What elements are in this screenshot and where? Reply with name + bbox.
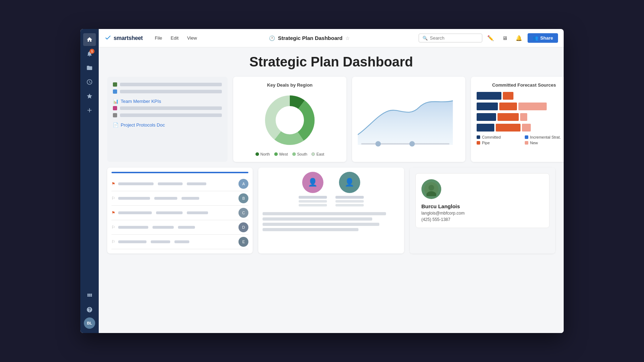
bar-seg-new-4	[522, 124, 531, 132]
donut-container: North West South	[239, 92, 341, 156]
donut-svg	[261, 92, 318, 148]
legend-label-east: East	[316, 152, 324, 156]
search-input[interactable]	[430, 35, 478, 41]
legend-north: North	[255, 152, 270, 156]
dashboard-title: Strategic Plan Dashboard	[107, 54, 555, 70]
flag-outline-5: ⚐	[111, 239, 115, 244]
sidebar-icon-clock[interactable]	[83, 76, 96, 88]
table-rows: ⚑ A ⚐ B	[111, 177, 248, 249]
search-box: 🔍	[419, 34, 482, 42]
sidebar-icon-grid[interactable]	[83, 289, 96, 302]
cell-bar-5b	[151, 240, 170, 243]
sidebar-icon-folder[interactable]	[83, 62, 96, 74]
person-detail-bar-1b	[299, 204, 327, 206]
logo-text: smartsheet	[114, 35, 143, 41]
table-row: ⚑ A	[111, 177, 248, 191]
table-row: ⚑ C	[111, 206, 248, 220]
row-avatar-3: C	[238, 208, 248, 218]
bar-seg-pipe-2	[499, 103, 517, 110]
protocols-label: Project Protocols Doc	[121, 122, 165, 128]
info-line-1	[263, 212, 386, 215]
sidebar-icon-help[interactable]	[83, 303, 96, 316]
nav-file[interactable]: File	[151, 34, 166, 42]
list-item	[113, 106, 222, 110]
stacked-bar-title: Committed Forecast Sources	[477, 82, 564, 88]
protocols-link[interactable]: 📄 Project Protocols Doc	[113, 120, 222, 130]
svg-point-9	[429, 185, 434, 191]
notify-button[interactable]: 🔔	[513, 33, 525, 44]
color-dot-3	[113, 106, 117, 110]
top-grid: 📊 Team Member KPIs 📄 Project Protocols D…	[107, 77, 555, 162]
legend-dot-north	[255, 152, 259, 156]
legend-south: South	[292, 152, 307, 156]
person-name-bar-1	[299, 196, 327, 199]
cell-bar-4a	[118, 226, 148, 229]
person-avatar-1: 👤	[302, 172, 323, 193]
legend-sq-incremental	[525, 135, 528, 139]
dashboard-content: Strategic Plan Dashboard 📊 Team Mem	[99, 47, 564, 333]
nav-menu: File Edit View	[151, 34, 200, 42]
cell-bar-4c	[178, 226, 195, 229]
flag-red-1: ⚑	[111, 181, 115, 186]
legend-sq-new	[525, 141, 528, 145]
list-item	[113, 113, 222, 117]
share-button[interactable]: 👥 Share	[528, 33, 558, 43]
donut-chart-card: Key Deals by Region	[233, 77, 346, 162]
topnav: smartsheet File Edit View 🕐 Strategic Pl…	[99, 29, 564, 47]
svg-point-4	[276, 107, 303, 134]
legend-new: New	[525, 141, 564, 145]
topnav-actions: 🔍 ✏️ 🖥 🔔 👥 Share	[419, 33, 558, 44]
sidebar-icon-home[interactable]	[83, 33, 96, 46]
bar-seg-inc-3	[520, 113, 527, 121]
doc-icon: 🕐	[269, 35, 275, 41]
cell-bar-2b	[154, 197, 177, 200]
sidebar-icon-star[interactable]	[83, 90, 96, 103]
legend-label-south: South	[297, 152, 307, 156]
table-row: ⚐ D	[111, 220, 248, 235]
bar-row-1	[477, 92, 564, 100]
legend-label-north: North	[260, 152, 270, 156]
contact-card: Burcu Langlois langlois@mbfcorp.com (425…	[415, 173, 550, 228]
favorite-star[interactable]: ☆	[345, 35, 350, 41]
contact-card-wrapper: Burcu Langlois langlois@mbfcorp.com (425…	[410, 168, 555, 253]
person-info-2	[335, 196, 364, 206]
contact-phone: (425) 555-1387	[421, 217, 450, 222]
person-detail-bar-2b	[335, 204, 364, 206]
legend-west: West	[274, 152, 288, 156]
bar-row-4	[477, 124, 564, 132]
protocols-icon: 📄	[113, 122, 119, 128]
cell-bar-3a	[118, 211, 152, 214]
cell-bar-3c	[187, 211, 208, 214]
row-avatar-2: B	[238, 193, 248, 203]
bar-chart-container	[477, 92, 564, 132]
sidebar-icon-bell[interactable]: 1	[83, 47, 96, 60]
cell-bar-5a	[118, 240, 146, 243]
legend-sq-committed	[477, 135, 480, 139]
logo: smartsheet	[104, 34, 143, 42]
chart-legend: Committed Incremental Strat. Pipe N	[477, 135, 564, 145]
cell-bar-4b	[153, 226, 174, 229]
color-dot-2	[113, 89, 117, 94]
cell-bar-1c	[187, 182, 206, 185]
stacked-bar-chart-card: Committed Forecast Sources	[471, 77, 564, 162]
edit-button[interactable]: ✏️	[485, 33, 496, 44]
bar-3	[120, 106, 222, 110]
nav-edit[interactable]: Edit	[167, 34, 182, 42]
notification-badge: 1	[90, 49, 94, 54]
sidebar-avatar[interactable]: BL	[84, 317, 95, 329]
present-button[interactable]: 🖥	[499, 33, 511, 44]
flag-red-3: ⚑	[111, 210, 115, 215]
sidebar-icon-add[interactable]	[83, 104, 96, 117]
nav-view[interactable]: View	[184, 34, 201, 42]
cell-bar-2c	[182, 197, 199, 200]
bar-seg-committed-4	[477, 124, 494, 132]
donut-legend: North West South	[255, 152, 324, 156]
cell-bar-3b	[156, 211, 183, 214]
table-widget-card: ⚑ A ⚐ B	[107, 168, 253, 253]
contact-email: langlois@mbfcorp.com	[421, 211, 465, 216]
team-kpi-link[interactable]: 📊 Team Member KPIs	[113, 97, 222, 106]
bar-seg-committed-1	[477, 92, 501, 100]
area-chart-svg	[358, 82, 460, 153]
legend-incremental: Incremental Strat.	[525, 135, 564, 139]
bar-seg-pipe-4	[496, 124, 521, 132]
